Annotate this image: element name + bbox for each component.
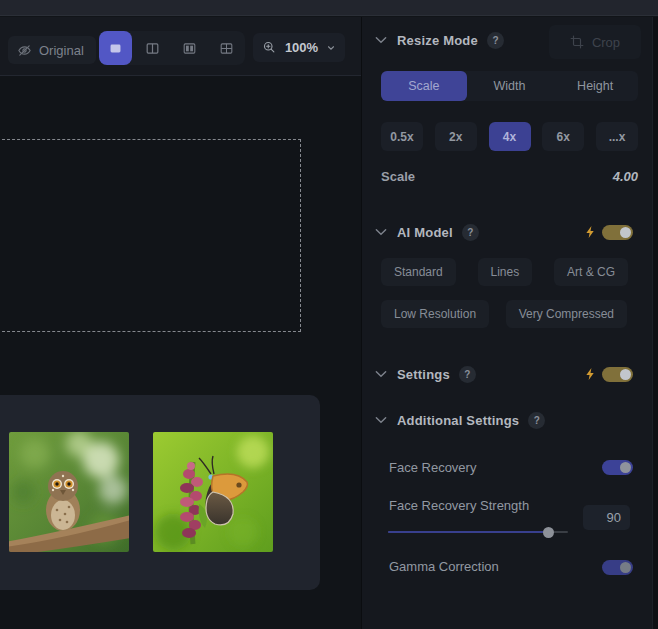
multiplier-4x-button[interactable]: 4x — [489, 122, 531, 151]
help-badge[interactable]: ? — [487, 32, 504, 49]
face-recovery-toggle[interactable] — [602, 460, 633, 475]
section-title: Additional Settings — [397, 413, 519, 428]
section-header-settings[interactable]: Settings ? — [374, 365, 476, 383]
view-grid-button[interactable] — [210, 31, 243, 65]
window-top-bar — [0, 0, 658, 16]
thumbnail-butterfly-photo[interactable] — [153, 432, 273, 552]
canvas-area — [0, 77, 361, 629]
tab-width[interactable]: Width — [467, 71, 553, 101]
toggle-knob — [620, 227, 631, 238]
multiplier-custom-button[interactable]: ...x — [596, 122, 638, 151]
chevron-down-icon — [374, 369, 388, 379]
ai-model-buttons-row2: Low Resolution Very Compressed — [381, 300, 627, 328]
section-header-additional-settings[interactable]: Additional Settings ? — [374, 411, 545, 429]
scale-label: Scale — [381, 169, 415, 184]
ai-model-header-controls — [585, 223, 633, 241]
view-mode-group — [99, 31, 245, 65]
chevron-down-icon — [326, 43, 336, 53]
help-badge[interactable]: ? — [462, 224, 479, 241]
face-recovery-label: Face Recovery — [389, 460, 476, 476]
toggle-knob — [620, 369, 631, 380]
panel-right-edge — [652, 17, 658, 629]
view-split-button[interactable] — [136, 31, 169, 65]
model-low-resolution-button[interactable]: Low Resolution — [381, 300, 489, 328]
view-single-button[interactable] — [99, 31, 132, 65]
single-view-icon — [107, 40, 124, 57]
face-recovery-strength-slider[interactable] — [388, 526, 568, 538]
selection-dashed-region[interactable] — [0, 139, 301, 332]
section-title: AI Model — [397, 225, 453, 240]
chevron-down-icon — [374, 227, 388, 237]
lightning-bolt-icon — [585, 225, 596, 239]
zoom-control[interactable]: 100% — [253, 33, 345, 62]
help-badge[interactable]: ? — [459, 366, 476, 383]
app-window: Original — [0, 0, 658, 629]
slider-thumb[interactable] — [543, 527, 554, 538]
slider-fill — [388, 531, 548, 533]
ai-model-boost-toggle[interactable] — [602, 225, 633, 240]
view-side-by-side-button[interactable] — [173, 31, 206, 65]
original-preview-button[interactable]: Original — [8, 36, 96, 64]
eye-off-icon — [17, 43, 32, 58]
crop-button[interactable]: Crop — [549, 25, 641, 59]
resize-tabs: Scale Width Height — [381, 71, 638, 101]
scale-value-row: Scale 4.00 — [381, 167, 638, 185]
side-by-side-view-icon — [181, 40, 198, 57]
grid-view-icon — [218, 40, 235, 57]
chevron-down-icon — [374, 35, 388, 45]
gamma-correction-toggle[interactable] — [602, 560, 633, 575]
thumbnail-owl-photo[interactable] — [9, 432, 129, 552]
settings-header-controls — [585, 365, 633, 383]
lightning-bolt-icon — [585, 367, 596, 381]
multiplier-2x-button[interactable]: 2x — [435, 122, 477, 151]
split-view-icon — [144, 40, 161, 57]
magnifier-plus-icon — [262, 40, 277, 55]
crop-icon — [570, 35, 584, 49]
toggle-knob — [620, 462, 631, 473]
original-label: Original — [39, 43, 84, 58]
model-art-cg-button[interactable]: Art & CG — [554, 258, 628, 286]
tab-height[interactable]: Height — [552, 71, 638, 101]
section-header-ai-model[interactable]: AI Model ? — [374, 223, 479, 241]
scale-multiplier-group: 0.5x 2x 4x 6x ...x — [381, 122, 638, 151]
chevron-down-icon — [374, 415, 388, 425]
section-header-resize-mode[interactable]: Resize Mode ? — [374, 31, 504, 49]
multiplier-0-5x-button[interactable]: 0.5x — [381, 122, 423, 151]
section-title: Settings — [397, 367, 450, 382]
ai-model-buttons-row1: Standard Lines Art & CG — [381, 258, 628, 286]
model-lines-button[interactable]: Lines — [478, 258, 533, 286]
section-title: Resize Mode — [397, 33, 478, 48]
view-toolbar: Original — [0, 17, 361, 76]
scale-value: 4.00 — [613, 169, 638, 184]
face-recovery-strength-label: Face Recovery Strength — [389, 498, 529, 514]
tab-scale[interactable]: Scale — [381, 71, 467, 101]
gamma-correction-label: Gamma Correction — [389, 559, 499, 575]
settings-boost-toggle[interactable] — [602, 367, 633, 382]
model-standard-button[interactable]: Standard — [381, 258, 456, 286]
face-recovery-strength-value[interactable]: 90 — [583, 505, 630, 530]
model-very-compressed-button[interactable]: Very Compressed — [506, 300, 627, 328]
help-badge[interactable]: ? — [528, 412, 545, 429]
filmstrip-panel — [0, 395, 320, 590]
toggle-knob — [620, 562, 631, 573]
multiplier-6x-button[interactable]: 6x — [542, 122, 584, 151]
editor-region: Original — [0, 17, 361, 629]
zoom-level-value: 100% — [285, 40, 318, 55]
settings-panel: Resize Mode ? Crop Scale Width Height 0.… — [362, 17, 652, 629]
crop-label: Crop — [592, 35, 620, 50]
